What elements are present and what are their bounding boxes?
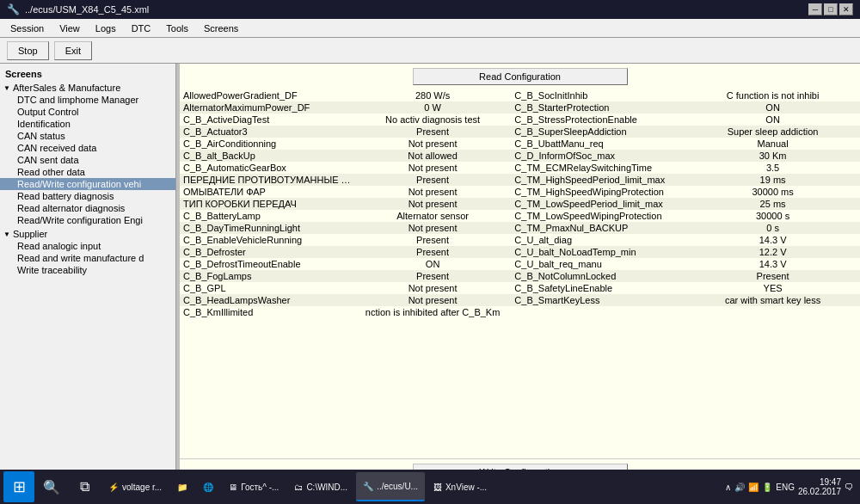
taskbar-battery-icon[interactable]: 🔋: [762, 482, 772, 492]
param-name: C_B_AirConditionning: [180, 138, 354, 150]
taskbar-chevron-icon[interactable]: ∧: [725, 482, 731, 492]
taskbar-app-windows[interactable]: 🗂 C:\WIND...: [287, 472, 354, 501]
param-name: C_B_Actuator3: [180, 126, 354, 138]
param-value: 0 W: [354, 101, 512, 114]
table-row: C_B_HeadLampsWasher Not present C_B_Smar…: [180, 294, 860, 306]
table-row: ТИП КОРОБКИ ПЕРЕДАЧ Not present C_TM_Low…: [180, 198, 860, 210]
sidebar-item-read-battery[interactable]: Read battery diagnosis: [0, 190, 175, 202]
menu-tools[interactable]: Tools: [159, 22, 195, 35]
param-name2: [511, 306, 685, 318]
task-view-icon[interactable]: ⧉: [69, 471, 100, 502]
taskbar-volume-icon[interactable]: 🔊: [734, 482, 745, 492]
sidebar-item-read-alternator[interactable]: Read alternator diagnosis: [0, 202, 175, 214]
taskbar-network-icon[interactable]: 📶: [748, 482, 759, 492]
param-value2: Present: [685, 270, 860, 282]
taskbar-clock[interactable]: 19:47 26.02.2017: [798, 477, 841, 496]
param-value2: car with smart key less: [685, 294, 860, 306]
start-button[interactable]: ⊞: [3, 471, 34, 502]
param-name: ТИП КОРОБКИ ПЕРЕДАЧ: [180, 198, 354, 210]
sidebar-section-supplier-header[interactable]: ▼ Supplier: [0, 228, 175, 240]
param-value2: 30000 s: [685, 210, 860, 222]
sidebar: Screens ▼ AfterSales & Manufacture DTC a…: [0, 64, 176, 485]
param-value2: 0 s: [685, 222, 860, 234]
param-value2: 25 ms: [685, 198, 860, 210]
param-name2: C_U_balt_req_manu: [511, 258, 685, 270]
search-taskbar-icon[interactable]: 🔍: [36, 471, 67, 502]
taskbar-language[interactable]: ENG: [776, 482, 795, 492]
param-name2: C_B_SuperSleepAddiction: [511, 126, 685, 138]
param-value: Not present: [354, 186, 512, 198]
param-name: C_B_DefrostTimeoutEnable: [180, 258, 354, 270]
guest-app-icon: 🖥: [229, 482, 237, 492]
close-button[interactable]: ✕: [839, 3, 853, 15]
sidebar-item-read-write-mfr[interactable]: Read and write manufacture d: [0, 252, 175, 264]
param-name: C_B_AutomaticGearBox: [180, 162, 354, 174]
sidebar-item-can-sent[interactable]: CAN sent data: [0, 154, 175, 166]
minimize-button[interactable]: ─: [808, 3, 822, 15]
table-row: AlternatorMaximumPower_DF 0 W C_B_Starte…: [180, 101, 860, 114]
taskbar-app-folder[interactable]: 📁: [170, 472, 194, 501]
sidebar-item-write-trace[interactable]: Write traceability: [0, 264, 175, 276]
table-row: C_B_DefrostTimeoutEnable ON C_U_balt_req…: [180, 258, 860, 270]
sidebar-item-dtc[interactable]: DTC and limphome Manager: [0, 94, 175, 106]
sidebar-item-can-received[interactable]: CAN received data: [0, 142, 175, 154]
data-table-container[interactable]: AllowedPowerGradient_DF 280 W/s C_B_SocI…: [180, 89, 860, 458]
sidebar-item-read-write-eng[interactable]: Read/Write configuration Engi: [0, 214, 175, 226]
param-name2: C_TM_ECMRelaySwitchingTime: [511, 162, 685, 174]
param-name: C_B_ActiveDiagTest: [180, 114, 354, 126]
param-name2: C_B_SocInitInhib: [511, 89, 685, 101]
stop-button[interactable]: Stop: [7, 41, 49, 60]
param-value: Not present: [354, 222, 512, 234]
window-title: ../ecus/USM_X84_C5_45.xml: [25, 4, 149, 15]
table-row: C_B_AirConditionning Not present C_B_Uba…: [180, 138, 860, 150]
taskbar-app-browser[interactable]: 🌐: [196, 472, 220, 501]
menu-logs[interactable]: Logs: [89, 22, 123, 35]
app-icon: 🔧: [7, 3, 20, 15]
exit-button[interactable]: Exit: [54, 41, 92, 60]
param-name: C_B_KmIllimited: [180, 306, 354, 318]
xnview-app-label: XnView -...: [445, 482, 487, 492]
sidebar-item-output[interactable]: Output Control: [0, 106, 175, 118]
table-row: C_B_Actuator3 Present C_B_SuperSleepAddi…: [180, 126, 860, 138]
menu-session[interactable]: Session: [3, 22, 51, 35]
param-value: Present: [354, 246, 512, 258]
param-value: ON: [354, 258, 512, 270]
param-value: Not present: [354, 282, 512, 294]
sidebar-item-read-write-veh[interactable]: Read/Write configuration vehi: [0, 178, 175, 190]
menu-screens[interactable]: Screens: [197, 22, 245, 35]
taskbar-time: 19:47: [798, 477, 841, 487]
param-value: Not present: [354, 138, 512, 150]
param-value2: 19 ms: [685, 174, 860, 186]
read-config-button[interactable]: Read Configuration: [413, 68, 628, 85]
taskbar-app-voltage[interactable]: ⚡ voltage r...: [101, 472, 169, 501]
param-value: Present: [354, 174, 512, 186]
sidebar-item-read-other[interactable]: Read other data: [0, 166, 175, 178]
table-row: C_B_EnableVehicleRunning Present C_U_alt…: [180, 234, 860, 246]
param-value2: Super sleep addiction: [685, 126, 860, 138]
sidebar-item-identification[interactable]: Identification: [0, 118, 175, 130]
param-value2: 14.3 V: [685, 234, 860, 246]
param-name2: C_B_StarterProtection: [511, 101, 685, 114]
menu-dtc[interactable]: DTC: [125, 22, 158, 35]
menu-view[interactable]: View: [52, 22, 87, 35]
notification-icon[interactable]: 🗨: [845, 482, 853, 492]
param-name2: C_U_alt_diag: [511, 234, 685, 246]
param-value2: 3.5: [685, 162, 860, 174]
sidebar-item-read-analogic[interactable]: Read analogic input: [0, 240, 175, 252]
sidebar-section-aftersales-header[interactable]: ▼ AfterSales & Manufacture: [0, 82, 175, 94]
param-name2: C_B_StressProtectionEnable: [511, 114, 685, 126]
maximize-button[interactable]: □: [824, 3, 838, 15]
taskbar: ⊞ 🔍 ⧉ ⚡ voltage r... 📁 🌐 🖥 Гость^ -... 🗂…: [0, 470, 860, 504]
table-row: C_B_alt_BackUp Not allowed C_D_InformOfS…: [180, 150, 860, 162]
table-row: C_B_GPL Not present C_B_SafetyLineEnable…: [180, 282, 860, 294]
param-name: C_B_EnableVehicleRunning: [180, 234, 354, 246]
taskbar-app-guest[interactable]: 🖥 Гость^ -...: [222, 472, 286, 501]
table-row: C_B_FogLamps Present C_B_NotColumnLocked…: [180, 270, 860, 282]
taskbar-app-xnview[interactable]: 🖼 XnView -...: [427, 472, 494, 501]
param-name2: C_D_InformOfSoc_max: [511, 150, 685, 162]
param-name: AllowedPowerGradient_DF: [180, 89, 354, 101]
table-row: C_B_AutomaticGearBox Not present C_TM_EC…: [180, 162, 860, 174]
param-name: C_B_GPL: [180, 282, 354, 294]
taskbar-app-ecus[interactable]: 🔧 ../ecus/U...: [356, 472, 425, 501]
sidebar-item-can-status[interactable]: CAN status: [0, 130, 175, 142]
